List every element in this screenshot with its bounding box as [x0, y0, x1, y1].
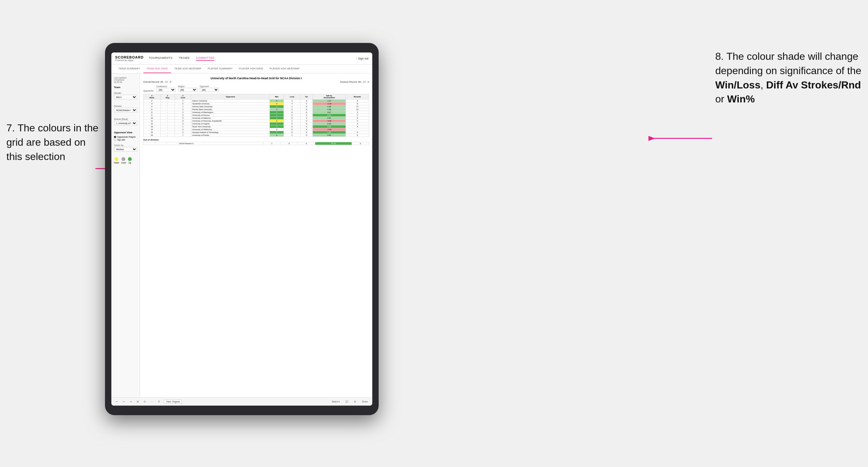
- cell-tie: 0: [300, 100, 312, 102]
- cell-diff: 5.56: [312, 125, 346, 128]
- paste-btn[interactable]: ⊡: [143, 400, 147, 404]
- cell-rounds: 17: [346, 105, 369, 108]
- cell-opponent: University of Oklahoma: [191, 128, 270, 131]
- legend-circle-down: [115, 157, 118, 161]
- clock-btn[interactable]: ⏱: [157, 400, 161, 403]
- copy-btn[interactable]: ⊞: [135, 400, 140, 404]
- filter-opponents: Opponents:: [143, 90, 154, 92]
- subnav-team-h2h-grid[interactable]: TEAM H2H GRID: [144, 65, 171, 73]
- radio-opponents-played[interactable]: Opponents Played: [114, 136, 137, 138]
- watch-btn[interactable]: Watch ▾: [331, 400, 341, 404]
- ood-rounds: 3: [351, 142, 369, 145]
- ood-reg: [155, 142, 167, 145]
- forward-btn[interactable]: ⇥: [128, 400, 133, 404]
- redo-btn[interactable]: ↪: [122, 400, 126, 404]
- col-reg: #Reg: [160, 94, 175, 100]
- cell-rounds: 8: [346, 117, 369, 120]
- sidebar: Last Updated: 27/03/2024 16:55:38 Team G…: [111, 73, 140, 397]
- undo-btn[interactable]: ↩: [115, 400, 119, 404]
- cell-diff: 4.50: [312, 131, 346, 134]
- cell-rounds: 9: [346, 134, 369, 137]
- col-opponent: Opponent: [191, 94, 270, 100]
- cell-rank: 2: [144, 100, 161, 102]
- cell-reg: -: [160, 100, 175, 102]
- cell-rank: 3: [144, 102, 161, 105]
- colour-by-select[interactable]: Win/loss: [114, 147, 137, 151]
- cell-rank: 15: [144, 131, 161, 134]
- share-btn[interactable]: Share: [361, 400, 369, 403]
- dots-btn[interactable]: ···: [150, 400, 154, 403]
- subnav-player-summary[interactable]: PLAYER SUMMARY: [205, 65, 236, 73]
- cell-tie: 0: [300, 108, 312, 111]
- subnav-player-h2h-heatmap[interactable]: PLAYER H2H HEATMAP: [266, 65, 303, 73]
- school-select[interactable]: 1. University of Nort...: [114, 121, 137, 125]
- ood-conf: [167, 142, 179, 145]
- division-select[interactable]: NCAA Division I: [114, 108, 137, 112]
- comment-btn[interactable]: 💬: [344, 400, 350, 404]
- sub-nav: TEAM SUMMARY TEAM H2H GRID TEAM H2H HEAT…: [111, 65, 372, 73]
- subnav-player-h2h-grid[interactable]: PLAYER H2H GRID: [236, 65, 266, 73]
- opponent-label: Opponent: [200, 85, 219, 88]
- colour-by-section: Colour by Win/loss: [114, 144, 137, 154]
- grid-title: University of North Carolina Head-to-Hea…: [143, 77, 369, 80]
- cell-tie: 0: [300, 134, 312, 137]
- cell-diff: 2.61: [312, 117, 346, 120]
- table-row: 10 - 5 University of Alabama 3 0 0 2.61 …: [144, 117, 369, 120]
- subnav-team-summary[interactable]: TEAM SUMMARY: [115, 65, 144, 73]
- cell-loss: 1: [284, 134, 300, 137]
- grid-btn[interactable]: ⊞: [353, 400, 357, 404]
- cell-diff: -1.00: [312, 128, 346, 131]
- cell-loss: 0: [284, 125, 300, 128]
- opponents-label: Opponents:: [143, 90, 154, 92]
- cell-opponent: University of Arizona: [191, 114, 270, 117]
- conference-select[interactable]: (All): [157, 88, 176, 92]
- subnav-team-h2h-heatmap[interactable]: TEAM H2H HEATMAP: [171, 65, 205, 73]
- gender-select[interactable]: Men's: [114, 95, 137, 99]
- table-row: 15 - 4 Georgia Institute of Technology 5…: [144, 131, 369, 134]
- overall-record: Overall Record: 89 - 17 - 0: [143, 81, 171, 83]
- cell-diff: 1.83: [312, 108, 346, 111]
- out-of-division-table: NCAA Division II 1 0 0 26.00 3: [143, 142, 369, 145]
- table-row: 12 - 3 University of Virginia 1 0 0 2.33…: [144, 122, 369, 125]
- cell-loss: 2: [284, 108, 300, 111]
- cell-win: 3: [270, 134, 284, 137]
- table-row: 13 - 1 Texas Tech University 3 0 0 5.56 …: [144, 125, 369, 128]
- view-label[interactable]: View: Original: [164, 400, 182, 404]
- table-header-row: #Rank #Reg #Conf Opponent Win Loss Tie D…: [144, 94, 369, 100]
- annotation-text-left: The colours in the grid are based on thi…: [6, 122, 98, 162]
- cell-conf: 7: [175, 134, 191, 137]
- col-conf: #Conf: [175, 94, 191, 100]
- cell-loss: 1: [284, 120, 300, 122]
- cell-opponent: University of Washington: [191, 111, 270, 114]
- school-label: School (Rank): [114, 118, 137, 120]
- cell-rounds: 12: [346, 108, 369, 111]
- cell-loss: 0: [284, 131, 300, 134]
- gender-label: Gender: [114, 92, 137, 94]
- radio-dot-top100: [114, 139, 116, 141]
- cell-tie: 0: [300, 120, 312, 122]
- cell-opponent: Florida State University: [191, 108, 270, 111]
- cell-conf: 3: [175, 114, 191, 117]
- nav-teams[interactable]: TEAMS: [179, 56, 190, 61]
- sign-out-link[interactable]: Sign out: [358, 57, 368, 60]
- cell-win: 1: [270, 122, 284, 125]
- cell-loss: 0: [284, 122, 300, 125]
- table-row: 2 - 1 Auburn University 2 1 0 1.67 9: [144, 100, 369, 102]
- cell-conf: 6: [175, 120, 191, 122]
- logo-subtext: Powered by clippd: [115, 59, 144, 61]
- region-select[interactable]: (All): [178, 88, 197, 92]
- radio-top100[interactable]: Top 100: [114, 139, 137, 141]
- cell-rounds: 3: [346, 111, 369, 114]
- opponent-select[interactable]: (All): [200, 88, 219, 92]
- cell-conf: 3: [175, 122, 191, 125]
- cell-win: 0: [270, 120, 284, 122]
- nav-committee[interactable]: COMMITTEE: [196, 56, 215, 61]
- table-row: 16 - 7 University of Florida 3 1 0 4.62 …: [144, 134, 369, 137]
- cell-win: 4: [270, 108, 284, 111]
- cell-reg: -: [160, 111, 175, 114]
- nav-tournaments[interactable]: TOURNAMENTS: [149, 56, 173, 61]
- cell-rank: 6: [144, 108, 161, 111]
- cell-tie: 0: [300, 102, 312, 105]
- region-label: Region: [178, 85, 197, 88]
- table-row: 14 - 5 University of Oklahoma 0 0 0 -1.0…: [144, 128, 369, 131]
